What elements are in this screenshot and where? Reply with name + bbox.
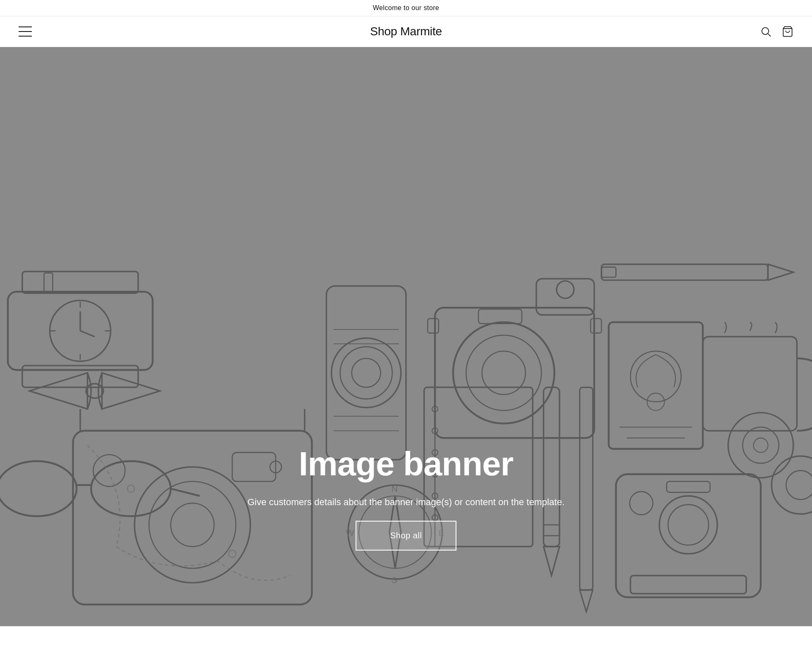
svg-point-53 xyxy=(630,351,681,402)
svg-text:S: S xyxy=(392,575,398,585)
header-left xyxy=(17,25,34,38)
svg-rect-9 xyxy=(44,273,53,292)
svg-rect-4 xyxy=(22,366,138,387)
svg-rect-40 xyxy=(536,279,594,315)
svg-point-23 xyxy=(171,503,214,546)
svg-line-8 xyxy=(80,331,95,337)
svg-point-79 xyxy=(754,438,768,452)
svg-point-80 xyxy=(772,456,812,514)
svg-point-14 xyxy=(86,384,103,398)
svg-rect-39 xyxy=(435,308,594,438)
svg-rect-31 xyxy=(327,286,406,459)
svg-marker-49 xyxy=(768,264,793,280)
cart-icon xyxy=(782,26,794,37)
svg-point-87 xyxy=(630,492,653,515)
svg-point-33 xyxy=(340,347,392,399)
svg-rect-85 xyxy=(630,575,746,593)
header-right xyxy=(758,24,795,39)
svg-marker-69 xyxy=(580,590,593,612)
svg-point-81 xyxy=(786,471,812,500)
banner-content: Image banner Give customers details abou… xyxy=(248,445,565,551)
menu-button[interactable] xyxy=(17,25,34,38)
svg-rect-50 xyxy=(601,267,616,277)
svg-rect-46 xyxy=(428,319,439,333)
svg-rect-52 xyxy=(609,322,703,449)
svg-rect-3 xyxy=(22,272,138,293)
announcement-bar: Welcome to our store xyxy=(0,0,812,16)
svg-point-42 xyxy=(466,335,541,411)
svg-point-0 xyxy=(762,28,769,34)
banner-title: Image banner xyxy=(299,445,514,483)
announcement-text: Welcome to our store xyxy=(373,4,439,11)
hamburger-icon xyxy=(18,26,32,37)
hero-banner: N S E W xyxy=(0,47,812,626)
banner-subtitle: Give customers details about the banner … xyxy=(248,495,565,509)
svg-marker-66 xyxy=(543,547,559,576)
svg-point-16 xyxy=(91,461,171,516)
svg-point-45 xyxy=(556,281,574,298)
svg-line-19 xyxy=(171,489,200,496)
header: Shop Marmite xyxy=(0,16,812,47)
svg-rect-51 xyxy=(703,337,797,431)
svg-rect-47 xyxy=(591,319,601,333)
svg-point-24 xyxy=(93,455,125,487)
svg-point-41 xyxy=(453,322,554,424)
site-title[interactable]: Shop Marmite xyxy=(370,25,442,38)
svg-point-78 xyxy=(743,427,779,463)
svg-rect-86 xyxy=(667,482,710,493)
search-icon xyxy=(760,26,772,37)
svg-point-34 xyxy=(352,358,381,387)
svg-point-32 xyxy=(332,338,401,407)
cart-button[interactable] xyxy=(780,24,795,39)
svg-point-30 xyxy=(229,550,236,557)
svg-line-1 xyxy=(768,34,770,36)
svg-point-15 xyxy=(0,461,76,516)
svg-rect-48 xyxy=(601,264,768,280)
svg-point-29 xyxy=(127,485,134,492)
svg-point-84 xyxy=(668,505,709,545)
shop-all-button[interactable]: Shop all xyxy=(356,521,456,551)
search-button[interactable] xyxy=(758,24,773,39)
svg-rect-68 xyxy=(580,387,593,590)
svg-point-77 xyxy=(728,413,794,478)
